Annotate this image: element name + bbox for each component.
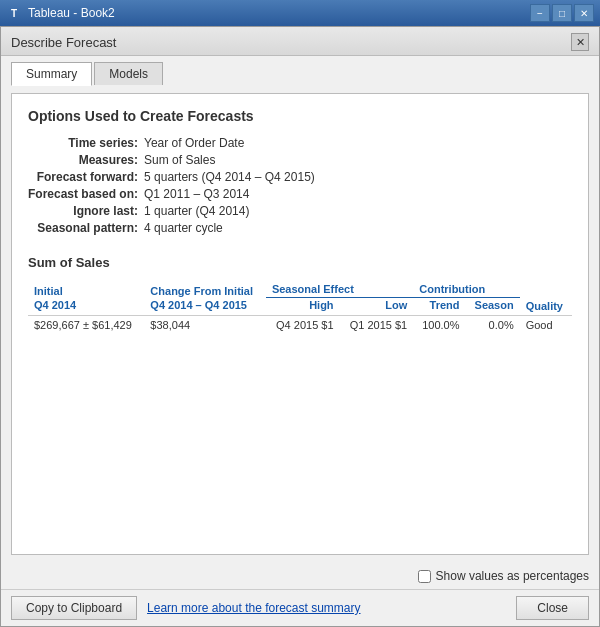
dialog-close-icon-button[interactable]: ✕ bbox=[571, 33, 589, 51]
ignore-last-value: 1 quarter (Q4 2014) bbox=[144, 204, 572, 218]
sum-of-sales-title: Sum of Sales bbox=[28, 255, 572, 270]
tab-summary[interactable]: Summary bbox=[11, 62, 92, 86]
table-row: $269,667 ± $61,429 $38,044 Q4 2015 $1 Q1… bbox=[28, 315, 572, 334]
show-percentages-label[interactable]: Show values as percentages bbox=[418, 569, 589, 583]
th-high: High bbox=[266, 298, 340, 315]
measures-value: Sum of Sales bbox=[144, 153, 572, 167]
window-title: Tableau - Book2 bbox=[28, 6, 530, 20]
cell-quality: Good bbox=[520, 315, 572, 334]
minimize-button[interactable]: − bbox=[530, 4, 550, 22]
dialog-footer: Copy to Clipboard Learn more about the f… bbox=[1, 589, 599, 626]
options-grid: Time series: Year of Order Date Measures… bbox=[28, 136, 572, 235]
cell-trend: 100.0% bbox=[413, 315, 465, 334]
measures-label: Measures: bbox=[28, 153, 138, 167]
cell-season: 0.0% bbox=[466, 315, 520, 334]
dialog-header: Describe Forecast ✕ bbox=[1, 27, 599, 56]
close-button[interactable]: Close bbox=[516, 596, 589, 620]
forecast-based-value: Q1 2011 – Q3 2014 bbox=[144, 187, 572, 201]
dialog-title: Describe Forecast bbox=[11, 35, 116, 50]
th-initial: Initial Q4 2014 bbox=[28, 280, 144, 315]
time-series-value: Year of Order Date bbox=[144, 136, 572, 150]
cell-low: Q1 2015 $1 bbox=[340, 315, 414, 334]
th-quality: Quality bbox=[520, 280, 572, 315]
seasonal-pattern-value: 4 quarter cycle bbox=[144, 221, 572, 235]
time-series-label: Time series: bbox=[28, 136, 138, 150]
table-header-row1: Initial Q4 2014 Change From Initial Q4 2… bbox=[28, 280, 572, 298]
th-low: Low bbox=[340, 298, 414, 315]
forecast-based-label: Forecast based on: bbox=[28, 187, 138, 201]
forecast-table: Initial Q4 2014 Change From Initial Q4 2… bbox=[28, 280, 572, 334]
th-trend: Trend bbox=[413, 298, 465, 315]
th-season: Season bbox=[466, 298, 520, 315]
th-change: Change From Initial Q4 2014 – Q4 2015 bbox=[144, 280, 266, 315]
inner-content-box: Options Used to Create Forecasts Time se… bbox=[11, 93, 589, 555]
maximize-button[interactable]: □ bbox=[552, 4, 572, 22]
forecast-forward-value: 5 quarters (Q4 2014 – Q4 2015) bbox=[144, 170, 572, 184]
app-icon: T bbox=[6, 5, 22, 21]
title-bar: T Tableau - Book2 − □ ✕ bbox=[0, 0, 600, 26]
cell-high: Q4 2015 $1 bbox=[266, 315, 340, 334]
cell-initial: $269,667 ± $61,429 bbox=[28, 315, 144, 334]
window-controls: − □ ✕ bbox=[530, 4, 594, 22]
close-window-button[interactable]: ✕ bbox=[574, 4, 594, 22]
ignore-last-label: Ignore last: bbox=[28, 204, 138, 218]
tab-bar: Summary Models bbox=[1, 56, 599, 85]
cell-change: $38,044 bbox=[144, 315, 266, 334]
learn-more-link[interactable]: Learn more about the forecast summary bbox=[147, 601, 360, 615]
show-percentages-checkbox[interactable] bbox=[418, 570, 431, 583]
th-seasonal-effect-group: Seasonal Effect bbox=[266, 280, 413, 298]
options-section-title: Options Used to Create Forecasts bbox=[28, 108, 572, 124]
describe-forecast-dialog: Describe Forecast ✕ Summary Models Optio… bbox=[0, 26, 600, 627]
forecast-forward-label: Forecast forward: bbox=[28, 170, 138, 184]
checkbox-row: Show values as percentages bbox=[1, 563, 599, 589]
seasonal-pattern-label: Seasonal pattern: bbox=[28, 221, 138, 235]
tab-models[interactable]: Models bbox=[94, 62, 163, 85]
th-contribution-group: Contribution bbox=[413, 280, 519, 298]
copy-clipboard-button[interactable]: Copy to Clipboard bbox=[11, 596, 137, 620]
content-area: Options Used to Create Forecasts Time se… bbox=[1, 85, 599, 563]
